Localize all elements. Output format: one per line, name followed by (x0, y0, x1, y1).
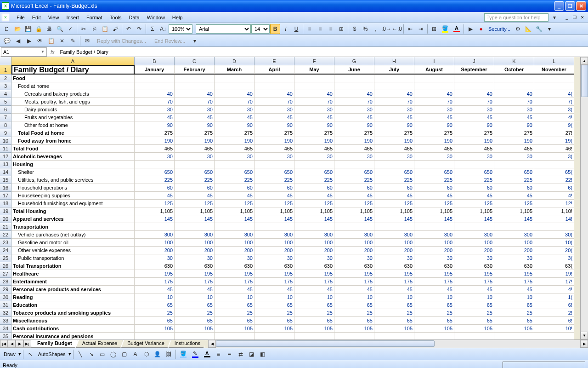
cell-K31[interactable]: 65 (494, 301, 534, 309)
cell-G35[interactable] (334, 333, 374, 339)
col-header-A[interactable]: A (11, 57, 135, 65)
col-header-C[interactable]: C (175, 57, 215, 65)
cell-B32[interactable]: 25 (135, 309, 175, 317)
cell-I21[interactable] (414, 223, 454, 231)
cell-E30[interactable]: 10 (254, 293, 294, 301)
cell-A14[interactable]: Shelter (11, 168, 135, 176)
cell-D21[interactable] (215, 223, 254, 231)
cell-I12[interactable]: 30 (414, 153, 454, 161)
cell-B2[interactable] (135, 75, 175, 82)
cell-E3[interactable] (254, 82, 294, 90)
cell-D3[interactable] (215, 82, 254, 90)
cell-I2[interactable] (414, 75, 454, 82)
paste-icon[interactable]: 📋 (100, 24, 110, 34)
col-header-J[interactable]: J (454, 57, 494, 65)
cell-E27[interactable]: 195 (254, 270, 294, 278)
cell-L25[interactable]: 3( (534, 254, 574, 262)
copy-icon[interactable]: ⎘ (89, 24, 99, 34)
underline-button[interactable]: U (291, 24, 301, 34)
cell-H33[interactable]: 65 (374, 317, 414, 325)
security-button[interactable]: Security... (486, 26, 512, 32)
cell-A20[interactable]: Apparel and services (11, 215, 135, 223)
cell-K19[interactable]: 1,105 (494, 207, 534, 215)
cell-J1[interactable]: September (454, 65, 494, 75)
cell-J26[interactable]: 630 (454, 262, 494, 270)
cell-B5[interactable]: 70 (135, 98, 175, 106)
row-header-4[interactable]: 4 (0, 90, 11, 98)
cell-B14[interactable]: 650 (135, 168, 175, 176)
cell-F34[interactable]: 105 (294, 325, 334, 333)
cell-J5[interactable]: 70 (454, 98, 494, 106)
cell-L14[interactable]: 65( (534, 168, 574, 176)
row-header-32[interactable]: 32 (0, 309, 11, 317)
cell-K9[interactable]: 275 (494, 129, 534, 137)
cell-G20[interactable]: 145 (334, 215, 374, 223)
cell-K4[interactable]: 40 (494, 90, 534, 98)
row-header-25[interactable]: 25 (0, 254, 11, 262)
cell-C11[interactable]: 465 (175, 145, 215, 153)
cell-F27[interactable]: 195 (294, 270, 334, 278)
cell-C12[interactable]: 30 (175, 153, 215, 161)
fill-color-draw-button[interactable]: 🪣 (178, 349, 189, 359)
cell-J18[interactable]: 125 (454, 200, 494, 207)
row-header-22[interactable]: 22 (0, 231, 11, 239)
cell-H2[interactable] (374, 75, 414, 82)
borders-button[interactable]: ⊞ (429, 24, 439, 34)
toolbar-options-icon[interactable]: ▾ (544, 24, 554, 34)
cell-G7[interactable]: 45 (334, 114, 374, 121)
cell-C25[interactable]: 30 (175, 254, 215, 262)
cell-G32[interactable]: 25 (334, 309, 374, 317)
spelling-icon[interactable]: ✓ (65, 24, 75, 34)
cell-E16[interactable]: 60 (254, 184, 294, 192)
cell-L19[interactable]: 1,10! (534, 207, 574, 215)
cell-D20[interactable]: 145 (215, 215, 254, 223)
row-header-11[interactable]: 11 (0, 145, 11, 153)
row-header-31[interactable]: 31 (0, 301, 11, 309)
cell-A5[interactable]: Meats, poultry, fish, and eggs (11, 98, 135, 106)
cell-I3[interactable] (414, 82, 454, 90)
cell-B30[interactable]: 10 (135, 293, 175, 301)
print-preview-icon[interactable]: 🔍 (55, 24, 65, 34)
cell-J14[interactable]: 650 (454, 168, 494, 176)
wordart-icon[interactable]: A (130, 349, 141, 359)
cell-C34[interactable]: 105 (175, 325, 215, 333)
row-header-21[interactable]: 21 (0, 223, 11, 231)
cell-H31[interactable]: 65 (374, 301, 414, 309)
autosum-icon[interactable]: Σ (147, 24, 158, 34)
cell-K23[interactable]: 100 (494, 239, 534, 247)
horizontal-scroll-thumb[interactable] (216, 340, 435, 347)
cell-K10[interactable]: 190 (494, 137, 534, 145)
cell-H14[interactable]: 650 (374, 168, 414, 176)
cell-I16[interactable]: 60 (414, 184, 454, 192)
cell-G1[interactable]: June (334, 65, 374, 75)
cell-K28[interactable]: 175 (494, 278, 534, 286)
cell-C2[interactable] (175, 75, 215, 82)
cell-G2[interactable] (334, 75, 374, 82)
cell-B7[interactable]: 45 (135, 114, 175, 121)
minimize-button[interactable]: _ (554, 1, 564, 11)
cell-E17[interactable]: 45 (254, 192, 294, 200)
cell-K22[interactable]: 300 (494, 231, 534, 239)
cell-J20[interactable]: 145 (454, 215, 494, 223)
cell-D25[interactable]: 30 (215, 254, 254, 262)
cell-D26[interactable]: 630 (215, 262, 254, 270)
vertical-scroll-thumb[interactable] (581, 65, 588, 97)
clipart-icon[interactable]: 👤 (153, 349, 163, 359)
cell-H28[interactable]: 175 (374, 278, 414, 286)
cell-K6[interactable]: 30 (494, 106, 534, 114)
horizontal-scrollbar[interactable]: ◀ ▶ (208, 340, 588, 348)
cell-A13[interactable]: Housing (11, 161, 135, 168)
scroll-right-button[interactable]: ▶ (580, 340, 588, 348)
row-header-7[interactable]: 7 (0, 114, 11, 121)
cell-A16[interactable]: Household operations (11, 184, 135, 192)
prev-comment-icon[interactable]: ◀ (13, 36, 23, 46)
cell-I34[interactable]: 105 (414, 325, 454, 333)
cell-C20[interactable]: 145 (175, 215, 215, 223)
save-icon[interactable]: 💾 (23, 24, 33, 34)
line-color-button[interactable]: ✎ (190, 349, 201, 359)
excel-icon-small[interactable]: X (2, 14, 9, 21)
cell-J8[interactable]: 90 (454, 121, 494, 129)
cell-H32[interactable]: 25 (374, 309, 414, 317)
control-toolbox-icon[interactable]: 🔧 (534, 24, 544, 34)
menu-window[interactable]: Window (143, 14, 169, 21)
